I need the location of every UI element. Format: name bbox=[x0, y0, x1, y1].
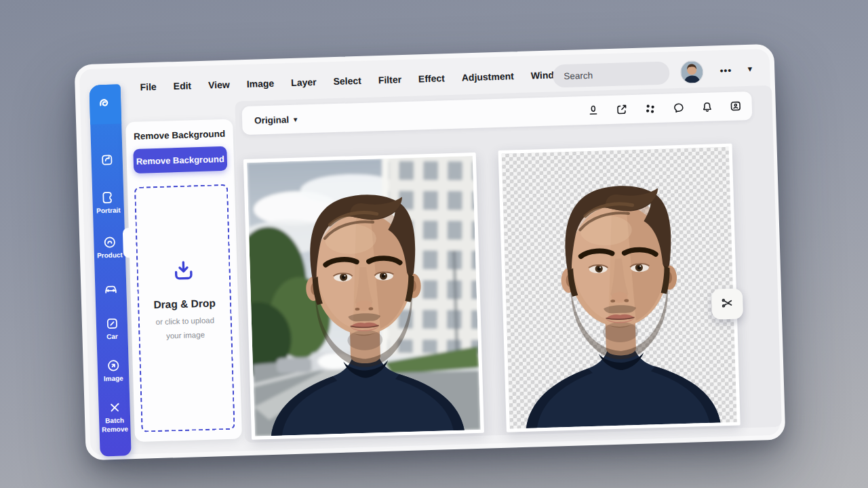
transparency-checkerboard bbox=[502, 147, 737, 429]
dropzone-subtitle-1: or click to upload bbox=[155, 314, 214, 328]
apps-icon[interactable] bbox=[643, 101, 658, 116]
dropzone-title: Drag & Drop bbox=[153, 297, 216, 311]
active-tool-notch bbox=[123, 228, 133, 258]
logo-icon bbox=[97, 95, 114, 115]
feedback-icon[interactable] bbox=[728, 99, 743, 114]
car-edit-icon bbox=[104, 317, 119, 331]
app-window: File Edit View Image Layer Select Filter… bbox=[75, 44, 786, 460]
upload-dropzone[interactable]: Drag & Drop or click to upload your imag… bbox=[134, 184, 235, 432]
scissors-icon bbox=[719, 296, 735, 313]
original-image[interactable] bbox=[243, 152, 484, 440]
sidebar-item-label: Batch Remove bbox=[99, 416, 131, 434]
sidebar: Portrait Product bbox=[89, 84, 131, 456]
mic-icon[interactable] bbox=[586, 103, 601, 118]
chevron-down-icon[interactable]: ▾ bbox=[747, 64, 752, 74]
menu-item-view[interactable]: View bbox=[205, 77, 233, 94]
sidebar-item-label: Car bbox=[96, 332, 127, 342]
sidebar-item-batch-remove[interactable]: Batch Remove bbox=[98, 400, 130, 434]
menu-item-file[interactable]: File bbox=[136, 79, 160, 96]
portrait-icon bbox=[101, 190, 116, 205]
car-front-icon bbox=[103, 281, 119, 297]
view-mode-dropdown[interactable]: Original ▾ bbox=[242, 114, 307, 126]
dropzone-subtitle-2: your image bbox=[166, 329, 205, 342]
search-input[interactable] bbox=[564, 67, 684, 81]
export-tool-icon bbox=[100, 152, 115, 167]
chevron-down-icon: ▾ bbox=[294, 115, 297, 123]
result-image[interactable] bbox=[498, 144, 741, 432]
app-logo[interactable] bbox=[89, 84, 121, 124]
image-tool-icon bbox=[106, 359, 121, 373]
view-mode-label: Original bbox=[254, 115, 289, 126]
sidebar-item-car-front[interactable] bbox=[95, 281, 127, 296]
bell-icon[interactable] bbox=[700, 100, 715, 115]
menu-item-layer[interactable]: Layer bbox=[288, 74, 320, 91]
menu-item-effect[interactable]: Effect bbox=[415, 70, 449, 87]
sidebar-item-image[interactable]: Image bbox=[97, 358, 129, 384]
menu-item-select[interactable]: Select bbox=[330, 73, 365, 90]
editor-canvas: Original ▾ bbox=[235, 85, 782, 443]
panel-title: Remove Background bbox=[126, 129, 233, 142]
sidebar-item-product[interactable]: Product bbox=[94, 235, 125, 260]
sidebar-item-label: Product bbox=[94, 251, 125, 260]
menu-item-edit[interactable]: Edit bbox=[170, 77, 195, 94]
more-options-icon[interactable]: ••• bbox=[719, 65, 732, 77]
upload-icon bbox=[170, 257, 197, 286]
remove-background-button[interactable]: Remove Background bbox=[133, 146, 227, 174]
batch-remove-icon bbox=[107, 401, 122, 415]
chat-icon[interactable] bbox=[671, 100, 686, 115]
avatar[interactable] bbox=[680, 60, 704, 84]
menu-item-image[interactable]: Image bbox=[243, 75, 277, 92]
export-icon[interactable] bbox=[614, 102, 629, 117]
search-box[interactable] bbox=[553, 61, 670, 87]
sidebar-item-label: Portrait bbox=[93, 206, 124, 216]
original-photo-illustration bbox=[247, 156, 481, 436]
sidebar-item-label: Image bbox=[98, 374, 129, 384]
cutout-photo-illustration bbox=[502, 147, 737, 429]
sidebar-item-car[interactable]: Car bbox=[96, 316, 128, 342]
sidebar-item-portrait[interactable]: Portrait bbox=[92, 190, 124, 216]
sidebar-item-export[interactable] bbox=[91, 152, 123, 167]
toolbar-icon-group bbox=[585, 92, 743, 125]
menu-item-filter[interactable]: Filter bbox=[374, 71, 405, 88]
remove-background-panel: Remove Background Remove Background Drag… bbox=[125, 119, 242, 442]
cutout-tool-button[interactable] bbox=[711, 288, 743, 319]
product-icon bbox=[102, 235, 117, 250]
menu-item-adjustment[interactable]: Adjustment bbox=[458, 68, 517, 86]
